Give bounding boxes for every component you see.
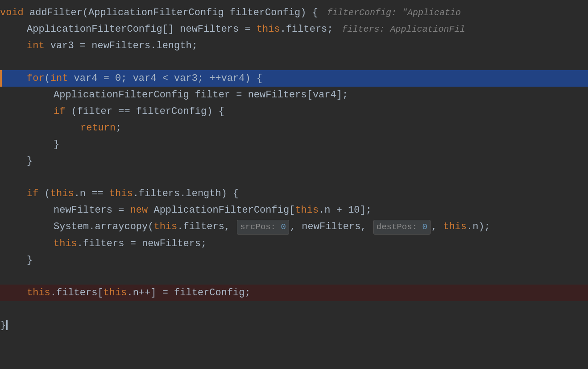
code-line-16: } [0, 317, 588, 334]
code-line-13: this.filters = newFilters; [0, 235, 588, 252]
hint-comment-2: filters: ApplicationFil [342, 23, 465, 36]
left-bar-indicator [0, 70, 2, 87]
code-text: this.filters = newFilters; [54, 236, 207, 251]
code-text: } [0, 318, 8, 333]
code-text: newFilters = new ApplicationFilterConfig… [54, 203, 372, 218]
code-text: if (filter == filterConfig) { [54, 104, 224, 119]
code-text: if (this.n == this.filters.length) { [27, 186, 239, 201]
code-text: } [27, 253, 33, 268]
code-line-14: } [0, 252, 588, 268]
code-line-1: void addFilter(ApplicationFilterConfig f… [0, 4, 588, 21]
code-editor: void addFilter(ApplicationFilterConfig f… [0, 0, 588, 369]
blank-line-1 [0, 54, 588, 70]
code-text: int var3 = newFilters.length; [27, 38, 198, 53]
code-text: ApplicationFilterConfig filter = newFilt… [54, 88, 348, 102]
code-text: for(int var4 = 0; var4 < var3; ++var4) { [27, 71, 262, 86]
blank-line-3 [0, 268, 588, 285]
code-text: ApplicationFilterConfig[] newFilters = t… [27, 22, 333, 37]
code-line-8: } [0, 136, 588, 153]
code-line-7: return; [0, 120, 588, 136]
param-hint-srcpos: srcPos: 0 [237, 220, 289, 235]
code-line-12: System.arraycopy(this.filters, srcPos: 0… [0, 218, 588, 235]
blank-line-4 [0, 301, 588, 317]
hint-comment-1: filterConfig: "Applicatio [327, 6, 461, 20]
code-text: this.filters[this.n++] = filterConfig; [27, 285, 251, 300]
code-line-10: if (this.n == this.filters.length) { [0, 185, 588, 202]
code-line-2: ApplicationFilterConfig[] newFilters = t… [0, 21, 588, 38]
code-line-3: int var3 = newFilters.length; [0, 38, 588, 54]
code-line-6: if (filter == filterConfig) { [0, 103, 588, 120]
code-line-4: for(int var4 = 0; var4 < var3; ++var4) { [0, 70, 588, 87]
code-line-9: } [0, 153, 588, 169]
code-text: return; [80, 121, 121, 135]
code-text: } [27, 154, 33, 168]
code-line-15: this.filters[this.n++] = filterConfig; [0, 285, 588, 301]
blank-line-2 [0, 169, 588, 185]
code-text: void addFilter(ApplicationFilterConfig f… [0, 5, 318, 20]
param-hint-destpos: destPos: 0 [373, 220, 431, 235]
code-line-5: ApplicationFilterConfig filter = newFilt… [0, 87, 588, 103]
code-text: } [54, 137, 59, 152]
code-text: System.arraycopy(this.filters, srcPos: 0… [54, 219, 490, 235]
code-line-11: newFilters = new ApplicationFilterConfig… [0, 202, 588, 218]
